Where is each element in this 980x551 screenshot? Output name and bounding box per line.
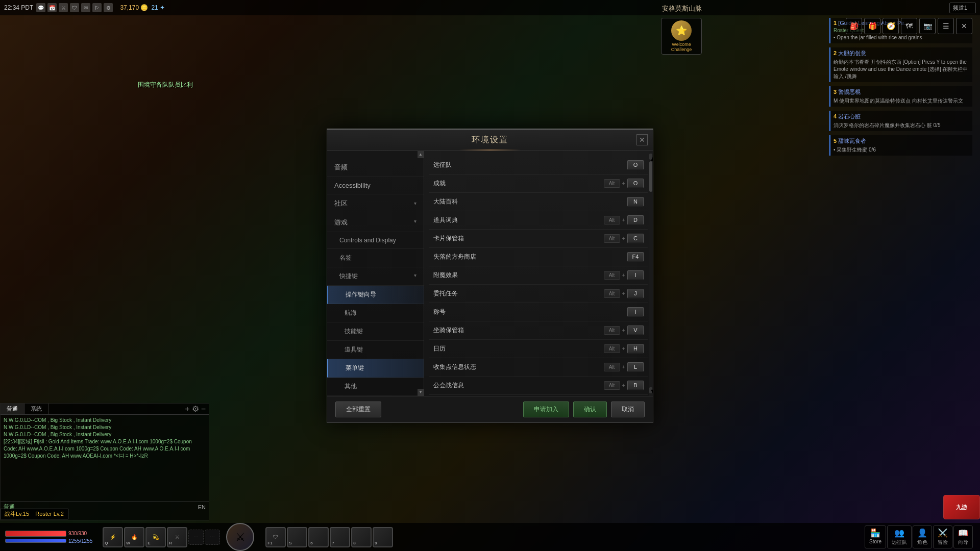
keybind-calendar: 日历 Alt + H <box>429 340 648 358</box>
key-D[interactable]: D <box>627 215 644 225</box>
key-B[interactable]: B <box>627 381 644 390</box>
join-button[interactable]: 申请加入 <box>523 402 569 417</box>
key-alt-card[interactable]: Alt <box>604 234 620 243</box>
keybind-title: 称号 I <box>429 303 648 321</box>
dialog-footer: 全部重置 申请加入 确认 取消 <box>327 396 653 422</box>
dialog-sidebar: ▲ 音频 Accessibility 社区 ▾ 游戏 ▴ Controls an… <box>327 151 424 396</box>
keybind-shop-keys: F4 <box>627 252 644 262</box>
dialog-body: ▲ 音频 Accessibility 社区 ▾ 游戏 ▴ Controls an… <box>327 151 653 396</box>
key-alt-mount[interactable]: Alt <box>604 326 620 335</box>
nav-controls-label: Controls and Display <box>339 237 396 244</box>
keybind-dictionary-keys: Alt + D <box>604 215 644 225</box>
keybind-calendar-label: 日历 <box>433 344 604 353</box>
plus-icon-4: + <box>622 272 625 278</box>
nav-skills[interactable]: 技能键 <box>327 322 424 341</box>
key-I-2[interactable]: I <box>627 307 644 317</box>
scroll-down-arrow[interactable]: ▼ <box>649 387 652 393</box>
reset-all-button[interactable]: 全部重置 <box>335 402 381 417</box>
keybind-collectible-keys: Alt + L <box>604 362 644 372</box>
key-N[interactable]: N <box>627 197 644 207</box>
dialog-close-button[interactable]: ✕ <box>636 134 648 145</box>
key-alt-comm[interactable]: Alt <box>604 289 620 298</box>
key-alt-enchant[interactable]: Alt <box>604 271 620 280</box>
plus-icon-8: + <box>622 364 625 370</box>
key-alt-dict[interactable]: Alt <box>604 216 620 224</box>
key-O-2[interactable]: O <box>627 179 644 188</box>
key-O-1[interactable]: O <box>627 160 644 170</box>
key-alt-cal[interactable]: Alt <box>604 344 620 353</box>
keybind-mount: 坐骑保管箱 Alt + V <box>429 321 648 340</box>
key-alt-guild[interactable]: Alt <box>604 381 620 390</box>
keybind-calendar-keys: Alt + H <box>604 344 644 354</box>
nav-items[interactable]: 道具键 <box>327 341 424 359</box>
dialog-overlay: 环境设置 ✕ ▲ 音频 Accessibility 社区 ▾ 游戏 <box>0 0 980 551</box>
key-V[interactable]: V <box>627 325 644 335</box>
key-L[interactable]: L <box>627 362 644 372</box>
scroll-up-arrow[interactable]: ▲ <box>649 154 652 160</box>
nav-controls-display[interactable]: Controls and Display <box>327 232 424 249</box>
nav-other[interactable]: 其他 <box>327 378 424 396</box>
nav-accessibility[interactable]: Accessibility <box>327 177 424 194</box>
keybind-mount-keys: Alt + V <box>604 325 644 335</box>
nav-community[interactable]: 社区 ▾ <box>327 194 424 213</box>
keybind-shop: 失落的方舟商店 F4 <box>429 248 648 266</box>
key-F4[interactable]: F4 <box>627 252 644 262</box>
keybind-card-label: 卡片保管箱 <box>433 234 604 243</box>
keybind-dictionary-label: 道具词典 <box>433 216 604 224</box>
keybind-card-keys: Alt + C <box>604 234 644 243</box>
keybind-encyclopedia-label: 大陆百科 <box>433 197 627 206</box>
keybind-encyclopedia-keys: N <box>627 197 644 207</box>
nav-community-label: 社区 <box>334 199 348 208</box>
nav-nameplate-label: 名签 <box>339 254 352 262</box>
nav-game-label: 游戏 <box>334 218 348 227</box>
plus-icon-3: + <box>622 235 625 241</box>
key-J[interactable]: J <box>627 289 644 298</box>
plus-icon-2: + <box>622 217 625 223</box>
nav-skills-label: 技能键 <box>345 327 363 336</box>
key-I[interactable]: I <box>627 270 644 280</box>
keybind-achievement-keys: Alt + O <box>604 179 644 188</box>
nav-sailing[interactable]: 航海 <box>327 304 424 322</box>
confirm-button[interactable]: 确认 <box>573 402 607 417</box>
community-chevron-icon: ▾ <box>414 201 416 206</box>
keybind-collectible: 收集点信息状态 Alt + L <box>429 358 648 377</box>
plus-icon-9: + <box>622 382 625 388</box>
game-chevron-icon: ▴ <box>414 219 416 225</box>
nav-audio[interactable]: 音频 <box>327 158 424 177</box>
key-alt-coll[interactable]: Alt <box>604 363 620 371</box>
keybind-guild-label: 公会战信息 <box>433 381 604 390</box>
nav-nameplate[interactable]: 名签 <box>327 249 424 267</box>
title-decoration <box>459 149 521 151</box>
nav-action-guide[interactable]: 操作键向导 <box>327 286 424 304</box>
key-H[interactable]: H <box>627 344 644 354</box>
key-alt-achievement[interactable]: Alt <box>604 179 620 188</box>
sidebar-scroll-up[interactable]: ▲ <box>418 151 424 158</box>
keybind-commission: 委托任务 Alt + J <box>429 285 648 303</box>
nav-items-label: 道具键 <box>345 345 363 354</box>
plus-icon: + <box>622 180 625 186</box>
keybind-mount-label: 坐骑保管箱 <box>433 326 604 335</box>
plus-icon-5: + <box>622 290 625 296</box>
keybind-enchant-keys: Alt + I <box>604 270 644 280</box>
nav-hotkeys[interactable]: 快捷键 ▴ <box>327 267 424 286</box>
key-C[interactable]: C <box>627 234 644 243</box>
keybind-guild-keys: Alt + B <box>604 381 644 390</box>
scroll-thumb[interactable] <box>649 161 652 192</box>
keybind-expedition-label: 远征队 <box>433 161 627 169</box>
keybind-commission-keys: Alt + J <box>604 289 644 298</box>
nav-game[interactable]: 游戏 ▴ <box>327 213 424 232</box>
nav-action-guide-label: 操作键向导 <box>346 290 376 299</box>
nav-sailing-label: 航海 <box>345 309 357 317</box>
keybind-guild: 公会战信息 Alt + B <box>429 377 648 395</box>
keybind-expedition-keys: O <box>627 160 644 170</box>
content-scrollbar[interactable]: ▲ ▼ <box>649 151 653 396</box>
sidebar-scroll-down[interactable]: ▼ <box>418 389 424 396</box>
cancel-button[interactable]: 取消 <box>611 402 645 417</box>
nav-menu-keys[interactable]: 菜单键 <box>327 359 424 378</box>
hotkeys-chevron-icon: ▴ <box>414 273 416 279</box>
keybind-title-label: 称号 <box>433 308 627 316</box>
settings-dialog: 环境设置 ✕ ▲ 音频 Accessibility 社区 ▾ 游戏 <box>327 129 653 423</box>
keybind-collectible-label: 收集点信息状态 <box>433 363 604 371</box>
keybind-encyclopedia: 大陆百科 N <box>429 193 648 211</box>
keybind-card-storage: 卡片保管箱 Alt + C <box>429 230 648 248</box>
